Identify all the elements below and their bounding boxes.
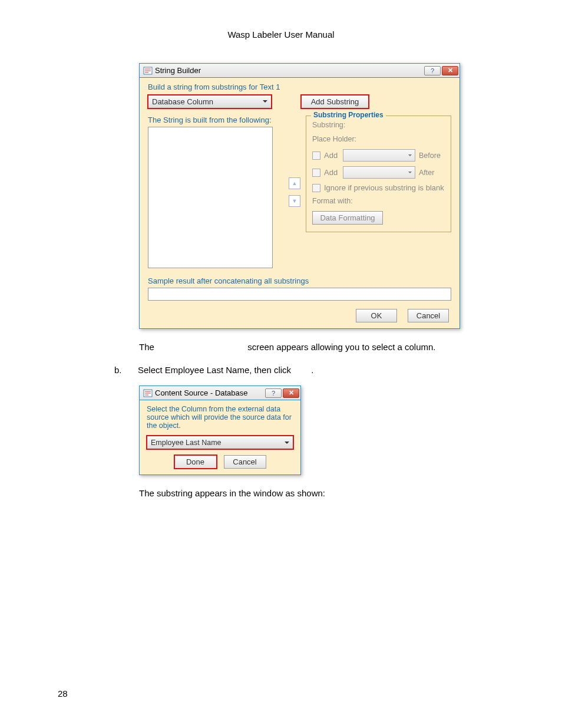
add-after-checkbox[interactable] [312, 169, 320, 177]
close-button[interactable]: ✕ [442, 66, 458, 75]
source-dropdown-text: Database Column [152, 97, 213, 106]
dialog-title: Content Source - Database [155, 388, 264, 397]
groupbox-title: Substring Properties [311, 111, 386, 119]
app-icon [143, 66, 153, 75]
sample-result-box [148, 288, 451, 301]
body-text-1: The screen appears allowing you to selec… [139, 342, 504, 352]
after-label: After [419, 169, 445, 177]
substring-label: Substring: [312, 121, 445, 129]
cancel-button[interactable]: Cancel [224, 455, 266, 469]
after-dropdown[interactable] [343, 166, 415, 179]
sample-label: Sample result after concatenating all su… [148, 276, 451, 285]
add-before-label: Add [324, 151, 339, 160]
string-builder-dialog: String Builder ? ✕ Build a string from s… [139, 63, 460, 329]
caret-icon [285, 442, 289, 444]
page-header: Wasp Labeler User Manual [58, 29, 504, 39]
dialog-title: String Builder [155, 66, 423, 75]
before-label: Before [419, 151, 445, 160]
close-button[interactable]: ✕ [283, 388, 299, 398]
column-dropdown-text: Employee Last Name [151, 439, 222, 447]
page-number: 28 [58, 689, 68, 699]
content-source-dialog: Content Source - Database ? ✕ Select the… [139, 386, 301, 475]
substring-listbox[interactable] [148, 127, 273, 268]
caret-icon [263, 100, 267, 103]
move-down-button[interactable]: ▼ [289, 195, 300, 207]
substring-properties-group: Substring Properties Substring: Place Ho… [306, 116, 451, 232]
body-text-2: The substring appears in the window as s… [139, 488, 504, 498]
placeholder-label: Place Holder: [312, 135, 445, 143]
source-dropdown[interactable]: Database Column [148, 95, 272, 108]
move-up-button[interactable]: ▲ [289, 177, 300, 189]
add-substring-button[interactable]: Add Substring [301, 95, 369, 108]
titlebar: String Builder ? ✕ [140, 64, 459, 78]
help-button[interactable]: ? [424, 66, 441, 75]
titlebar: Content Source - Database ? ✕ [140, 386, 300, 400]
column-dropdown[interactable]: Employee Last Name [147, 436, 293, 449]
caret-icon [408, 172, 412, 173]
ignore-label: Ignore if previous substring is blank [324, 183, 444, 192]
ok-button[interactable]: OK [356, 309, 397, 322]
data-formatting-button[interactable]: Data Formatting [312, 211, 383, 225]
step-b: b. Select Employee Last Name, then click… [114, 365, 504, 375]
caret-icon [408, 154, 412, 156]
help-button[interactable]: ? [265, 388, 282, 398]
instruction-text: Build a string from substrings for Text … [148, 83, 451, 91]
before-dropdown[interactable] [343, 149, 415, 162]
done-button[interactable]: Done [174, 455, 217, 469]
dialog2-instruction: Select the Column from the external data… [147, 405, 293, 430]
cancel-button[interactable]: Cancel [408, 309, 449, 322]
ignore-checkbox[interactable] [312, 184, 320, 192]
step-marker: b. [114, 365, 138, 375]
app-icon [143, 388, 153, 398]
add-after-label: Add [324, 168, 339, 177]
list-label: The String is built from the following: [148, 116, 283, 124]
format-with-label: Format with: [312, 197, 445, 205]
add-before-checkbox[interactable] [312, 151, 320, 160]
